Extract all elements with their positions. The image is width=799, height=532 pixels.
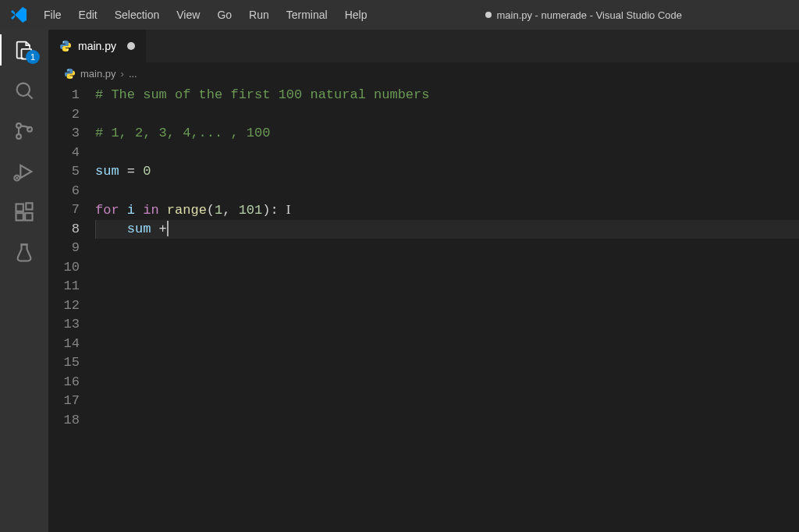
svg-point-11 (68, 69, 69, 69)
svg-rect-6 (16, 213, 23, 220)
line-number: 4 (48, 144, 80, 163)
tab-filename: main.py (78, 40, 116, 52)
code-editor[interactable]: 1 2 3 4 5 6 7 8 9 10 11 12 13 14 15 16 1… (48, 84, 799, 532)
window-title-text: main.py - numerade - Visual Studio Code (496, 9, 682, 21)
menu-run[interactable]: Run (241, 5, 277, 24)
activity-bar: 1 (0, 30, 48, 532)
editor-area: main.py main.py › ... 1 2 (48, 30, 799, 532)
window-title: main.py - numerade - Visual Studio Code (375, 9, 793, 21)
line-number: 15 (48, 353, 80, 373)
source-control-icon[interactable] (12, 119, 37, 144)
code-line[interactable]: sum = 0 (95, 162, 799, 182)
explorer-badge: 1 (26, 50, 40, 64)
menu-terminal[interactable]: Terminal (279, 5, 336, 24)
line-number: 16 (48, 373, 80, 392)
line-number: 13 (48, 315, 80, 335)
breadcrumb-separator: › (121, 68, 124, 80)
code-line[interactable]: for i in range(1, 101):I (95, 200, 799, 220)
line-number: 14 (48, 335, 80, 354)
run-debug-icon[interactable] (12, 159, 37, 184)
breadcrumb-file: main.py (80, 68, 116, 80)
extensions-icon[interactable] (12, 200, 37, 225)
code-line[interactable] (95, 335, 799, 354)
menu-file[interactable]: File (36, 5, 69, 24)
svg-point-2 (16, 134, 21, 139)
line-number: 5 (48, 162, 80, 182)
svg-rect-8 (26, 203, 32, 209)
text-cursor-icon: I (286, 200, 291, 220)
code-line[interactable] (95, 182, 799, 201)
testing-icon[interactable] (12, 240, 37, 265)
tab-main-py[interactable]: main.py (48, 30, 147, 62)
code-line[interactable] (95, 392, 799, 411)
tab-modified-icon (127, 42, 135, 50)
python-file-icon (59, 40, 72, 52)
tabs-container: main.py (48, 30, 799, 62)
indent-guide (95, 220, 96, 239)
code-line[interactable] (95, 258, 799, 278)
svg-point-0 (17, 83, 30, 96)
svg-point-1 (16, 123, 21, 128)
line-number: 10 (48, 258, 80, 278)
python-file-icon (64, 68, 76, 80)
explorer-icon[interactable]: 1 (12, 37, 37, 62)
line-number: 11 (48, 277, 80, 296)
code-line[interactable]: sum + (95, 220, 799, 239)
svg-point-9 (63, 41, 64, 42)
line-number: 6 (48, 182, 80, 201)
menu-help[interactable]: Help (337, 5, 375, 24)
title-bar: File Edit Selection View Go Run Terminal… (0, 0, 799, 30)
svg-rect-7 (25, 213, 32, 220)
line-number: 12 (48, 296, 80, 316)
code-line[interactable] (95, 105, 799, 125)
modified-indicator-icon (485, 12, 492, 18)
code-line[interactable]: # The sum of the first 100 natural numbe… (95, 86, 799, 105)
search-icon[interactable] (12, 78, 37, 103)
menu-bar: File Edit Selection View Go Run Terminal… (36, 5, 375, 24)
breadcrumb-more: ... (129, 68, 137, 80)
menu-selection[interactable]: Selection (107, 5, 168, 24)
code-line[interactable] (95, 411, 799, 431)
menu-view[interactable]: View (169, 5, 208, 24)
code-line[interactable] (95, 315, 799, 335)
code-line[interactable]: # 1, 2, 3, 4,... , 100 (95, 124, 799, 144)
breadcrumbs[interactable]: main.py › ... (48, 62, 799, 84)
code-line[interactable] (95, 239, 799, 258)
svg-point-10 (67, 50, 68, 51)
svg-rect-5 (16, 204, 23, 211)
code-line[interactable] (95, 144, 799, 163)
menu-edit[interactable]: Edit (71, 5, 105, 24)
line-number: 2 (48, 105, 80, 125)
line-number: 3 (48, 124, 80, 144)
code-line[interactable] (95, 277, 799, 296)
code-line[interactable] (95, 296, 799, 316)
vscode-logo-icon (9, 5, 28, 24)
line-gutter: 1 2 3 4 5 6 7 8 9 10 11 12 13 14 15 16 1… (48, 86, 95, 532)
code-line[interactable] (95, 353, 799, 373)
line-number: 9 (48, 239, 80, 258)
line-number: 18 (48, 411, 80, 431)
line-number: 7 (48, 200, 80, 220)
code-line[interactable] (95, 373, 799, 392)
line-number: 17 (48, 392, 80, 411)
svg-point-12 (71, 76, 72, 77)
line-number: 8 (48, 220, 80, 239)
code-content[interactable]: # The sum of the first 100 natural numbe… (95, 86, 799, 532)
main-container: 1 (0, 30, 799, 532)
line-number: 1 (48, 86, 80, 105)
menu-go[interactable]: Go (209, 5, 240, 24)
editor-cursor (167, 221, 169, 236)
